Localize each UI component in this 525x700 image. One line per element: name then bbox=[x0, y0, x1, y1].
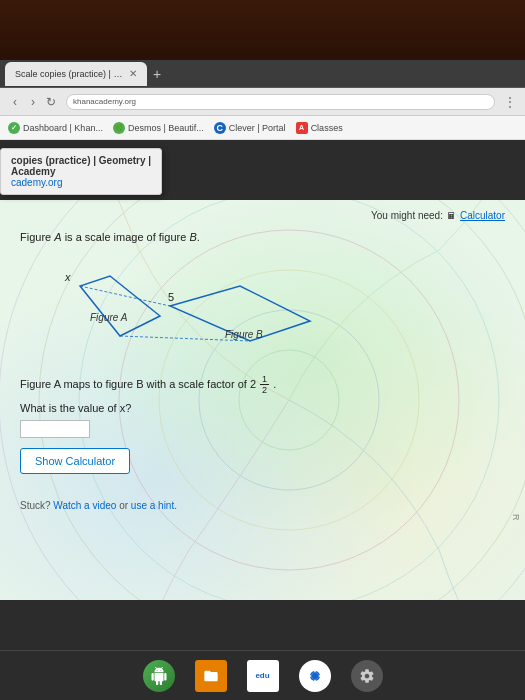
refresh-button[interactable]: ↻ bbox=[44, 95, 58, 109]
taskbar-edu-icon[interactable]: edu bbox=[247, 660, 279, 692]
main-content: You might need: 🖩 Calculator Figure A is… bbox=[0, 200, 525, 600]
you-might-need-text: You might need: bbox=[371, 210, 443, 221]
svg-marker-7 bbox=[80, 276, 160, 336]
tab-close-button[interactable]: ✕ bbox=[129, 68, 137, 79]
svg-text:5: 5 bbox=[168, 291, 174, 303]
taskbar-android-icon[interactable] bbox=[143, 660, 175, 692]
desmos-icon: 🌿 bbox=[113, 122, 125, 134]
more-options-button[interactable]: ⋮ bbox=[503, 95, 517, 109]
bookmark-dashboard[interactable]: ✓ Dashboard | Khan... bbox=[8, 122, 103, 134]
dashboard-icon: ✓ bbox=[8, 122, 20, 134]
back-button[interactable]: ‹ bbox=[8, 95, 22, 109]
forward-button[interactable]: › bbox=[26, 95, 40, 109]
top-bar bbox=[0, 0, 525, 60]
svg-text:x: x bbox=[64, 271, 71, 283]
geometry-figure: x 5 Figure A Figure B bbox=[20, 256, 340, 366]
use-hint-link[interactable]: use a hint. bbox=[131, 500, 177, 511]
svg-text:Figure B: Figure B bbox=[225, 329, 263, 340]
active-tab[interactable]: Scale copies (practice) | Geo... ✕ bbox=[5, 62, 147, 86]
url-bar[interactable]: khanacademy.org bbox=[66, 94, 495, 110]
bookmark-classes-label: Classes bbox=[311, 123, 343, 133]
nav-buttons: ‹ › ↻ bbox=[8, 95, 58, 109]
tab-title: Scale copies (practice) | Geo... bbox=[15, 69, 125, 79]
show-calculator-button[interactable]: Show Calculator bbox=[20, 448, 130, 474]
bookmark-dashboard-label: Dashboard | Khan... bbox=[23, 123, 103, 133]
bookmark-bar: ✓ Dashboard | Khan... 🌿 Desmos | Beautif… bbox=[0, 116, 525, 140]
calculator-small-icon: 🖩 bbox=[447, 211, 456, 221]
svg-text:Figure A: Figure A bbox=[90, 312, 128, 323]
tab-bar: Scale copies (practice) | Geo... ✕ + bbox=[0, 60, 525, 88]
taskbar-chrome-icon[interactable] bbox=[299, 660, 331, 692]
svg-point-16 bbox=[312, 673, 318, 679]
scale-factor-text: Figure A maps to figure B with a scale f… bbox=[20, 374, 505, 397]
taskbar-settings-icon[interactable] bbox=[351, 660, 383, 692]
bookmark-clever-label: Clever | Portal bbox=[229, 123, 286, 133]
bottom-taskbar: edu bbox=[0, 650, 525, 700]
bookmark-desmos[interactable]: 🌿 Desmos | Beautif... bbox=[113, 122, 204, 134]
bookmark-desmos-label: Desmos | Beautif... bbox=[128, 123, 204, 133]
browser-chrome: Scale copies (practice) | Geo... ✕ + cop… bbox=[0, 60, 525, 650]
bookmark-classes[interactable]: A Classes bbox=[296, 122, 343, 134]
taskbar-files-icon[interactable] bbox=[195, 660, 227, 692]
you-might-need-bar: You might need: 🖩 Calculator bbox=[20, 210, 505, 221]
stuck-text: Stuck? Watch a video or use a hint. bbox=[20, 500, 505, 511]
tab-tooltip: copies (practice) | Geometry | Academy c… bbox=[0, 148, 162, 195]
question-text: What is the value of x? bbox=[20, 402, 505, 414]
tooltip-line1: copies (practice) | Geometry | bbox=[11, 155, 151, 166]
answer-input[interactable] bbox=[20, 420, 90, 438]
tooltip-line3: cademy.org bbox=[11, 177, 151, 188]
watch-video-link[interactable]: Watch a video bbox=[53, 500, 116, 511]
classes-icon: A bbox=[296, 122, 308, 134]
content-panel: You might need: 🖩 Calculator Figure A is… bbox=[0, 200, 525, 600]
figure-area: x 5 Figure A Figure B bbox=[20, 256, 505, 366]
clever-icon: C bbox=[214, 122, 226, 134]
problem-description: Figure A is a scale image of figure B. bbox=[20, 229, 505, 246]
tooltip-line2: Academy bbox=[11, 166, 151, 177]
bookmark-clever[interactable]: C Clever | Portal bbox=[214, 122, 286, 134]
new-tab-button[interactable]: + bbox=[147, 64, 167, 84]
right-label: R bbox=[511, 514, 521, 521]
address-bar: ‹ › ↻ khanacademy.org ⋮ bbox=[0, 88, 525, 116]
calculator-link[interactable]: Calculator bbox=[460, 210, 505, 221]
